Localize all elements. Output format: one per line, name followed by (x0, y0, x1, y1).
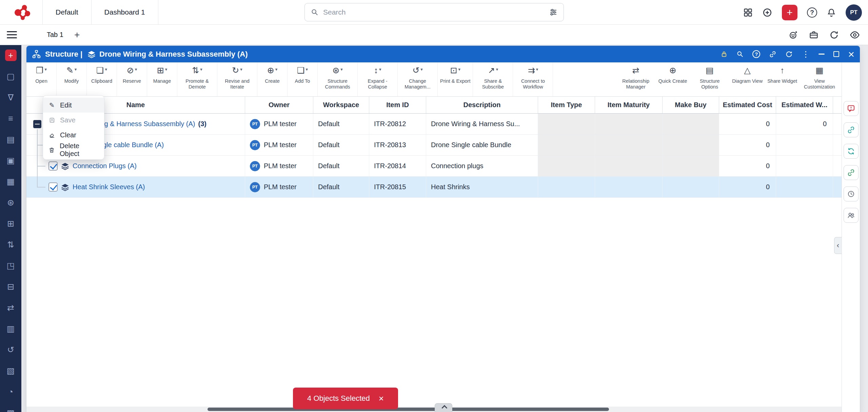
global-search[interactable] (304, 3, 564, 21)
notifications-icon[interactable] (827, 8, 836, 17)
column-header-item-maturity[interactable]: Item Maturity (595, 97, 663, 113)
panel-collapse-tab[interactable]: ‹ (834, 237, 842, 254)
link-icon[interactable] (844, 122, 859, 137)
toolbar-revise-iterate-button[interactable]: ↻▾ Revise and Iterate (217, 62, 257, 96)
module-icon[interactable]: ▩ (0, 402, 21, 412)
collaboration-icon[interactable] (844, 208, 859, 223)
table-row[interactable]: Drone Single cable Bundle (A) PTPLM test… (26, 135, 842, 156)
search-icon[interactable] (736, 51, 744, 58)
menu-item-edit[interactable]: ✎ Edit (43, 98, 104, 113)
maximize-icon[interactable] (833, 51, 839, 57)
column-header-estimated-cost[interactable]: Estimated Cost (719, 97, 776, 113)
refresh-icon[interactable] (785, 51, 793, 58)
sidebar-add-button[interactable]: + (5, 50, 17, 61)
structure-settings-icon[interactable]: ⊛ (0, 192, 21, 213)
menu-item-clear[interactable]: Clear (43, 127, 104, 142)
help-icon[interactable]: ? (752, 50, 760, 58)
table-row[interactable]: Connection Plugs (A) PTPLM tester Defaul… (26, 156, 842, 177)
toolbar-connect-workflow-button[interactable]: ⇉▾ Connect to Workflow (513, 62, 553, 96)
sync-icon[interactable] (844, 144, 859, 159)
refresh-icon[interactable] (829, 30, 839, 40)
history-icon[interactable] (844, 187, 859, 201)
user-avatar[interactable]: PT (846, 4, 862, 21)
row-checkbox[interactable] (48, 182, 58, 192)
toolbar-add-to-button[interactable]: ❑▾ Add To (288, 62, 318, 96)
toolbar-modify-button[interactable]: ✎▾ Modify (57, 62, 87, 96)
toolbar-reserve-button[interactable]: ⊘▾ Reserve (117, 62, 147, 96)
more-icon[interactable]: ⋮ (802, 50, 810, 58)
menu-item-save[interactable]: Save (43, 113, 104, 127)
toolbar-change-management-button[interactable]: ↺▾ Change Managem... (398, 62, 438, 96)
table-icon[interactable]: ▦ (0, 171, 21, 192)
row-checkbox[interactable] (48, 161, 58, 171)
toolbar-expand-collapse-button[interactable]: ↕▾ Expand - Collapse (358, 62, 398, 96)
toolbar-share-subscribe-button[interactable]: ↗▾ Share & Subscribe (473, 62, 513, 96)
minimize-icon[interactable] (818, 54, 825, 55)
document-icon[interactable]: ▤ (0, 129, 21, 150)
toolbar-manage-button[interactable]: ⊞▾ Manage (147, 62, 177, 96)
item-link[interactable]: Heat Shrink Sleeves (A) (73, 183, 145, 191)
card-icon[interactable]: ▣ (0, 150, 21, 171)
collapse-toggle-icon[interactable] (33, 120, 41, 128)
chart-icon[interactable]: ▧ (0, 360, 21, 381)
column-header-item-type[interactable]: Item Type (538, 97, 595, 113)
toolbar-quick-create-button[interactable]: ⊕ Quick Create (656, 62, 690, 96)
flag-icon[interactable]: ◳ (0, 255, 21, 276)
close-icon[interactable]: × (379, 394, 384, 403)
column-header-make-buy[interactable]: Make Buy (663, 97, 719, 113)
chevron-down-icon: ▾ (200, 67, 202, 72)
table-row[interactable]: Heat Shrink Sleeves (A) PTPLM tester Def… (26, 177, 842, 198)
column-header-owner[interactable]: Owner (245, 97, 313, 113)
link-icon[interactable] (769, 51, 776, 58)
toolbar-open-button[interactable]: ❐▾ Open (26, 62, 57, 96)
report-icon[interactable]: ▥ (0, 318, 21, 339)
references-icon[interactable] (844, 165, 859, 180)
toolbar-diagram-view-button[interactable]: △ Diagram View (730, 62, 765, 96)
toolbar-create-button[interactable]: ⊕▾ Create (257, 62, 288, 96)
column-header-estimated-w[interactable]: Estimated W... (776, 97, 833, 113)
panel-icon[interactable]: ▢ (0, 66, 21, 87)
toolbar-share-widget-button[interactable]: ↑ Share Widget (765, 62, 800, 96)
issues-icon[interactable] (844, 101, 859, 116)
column-header-item-id[interactable]: Item ID (369, 97, 426, 113)
toolbar-clipboard-button[interactable]: ❏▾ Clipboard (87, 62, 117, 96)
tab-default[interactable]: Default (42, 0, 91, 24)
quick-add-button[interactable]: + (782, 5, 797, 20)
scrollbar-thumb[interactable] (208, 408, 609, 411)
app-logo[interactable] (0, 0, 42, 24)
list-icon[interactable]: ≡ (0, 108, 21, 129)
column-header-description[interactable]: Description (426, 97, 538, 113)
filter-icon[interactable]: ∇ (0, 87, 21, 108)
visibility-icon[interactable] (850, 30, 860, 40)
column-header-workspace[interactable]: Workspace (313, 97, 369, 113)
history-icon[interactable]: ↺ (0, 339, 21, 360)
search-filters-icon[interactable] (549, 8, 557, 16)
horizontal-scrollbar[interactable] (26, 407, 842, 412)
add-tab-button[interactable]: + (74, 30, 80, 40)
grid-icon[interactable]: ⊞ (0, 213, 21, 234)
search-input[interactable] (323, 8, 545, 16)
archive-icon[interactable]: ⊟ (0, 276, 21, 297)
grid-icon[interactable] (743, 8, 753, 17)
hamburger-menu-icon[interactable] (7, 29, 17, 40)
item-link[interactable]: Connection Plugs (A) (73, 162, 137, 170)
tab-1[interactable]: Tab 1 (43, 25, 67, 45)
feedback-icon[interactable] (789, 30, 798, 40)
sort-icon[interactable]: ⇅ (0, 234, 21, 255)
toolbar-structure-commands-button[interactable]: ⊛▾ Structure Commands (318, 62, 358, 96)
help-icon[interactable]: ? (807, 7, 817, 18)
tab-dashboard-1[interactable]: Dashboard 1 (91, 0, 158, 24)
table-row[interactable]: Drone Wiring & Harness Subassembly (A) (… (26, 114, 842, 135)
briefcase-icon[interactable] (809, 30, 818, 40)
toolbar-structure-options-button[interactable]: ▤ Structure Options (690, 62, 730, 96)
toolbar-view-customization-button[interactable]: ▦ View Customization (800, 62, 840, 96)
menu-item-delete-object[interactable]: Delete Object (43, 142, 104, 157)
add-circle-icon[interactable] (762, 7, 772, 18)
scroll-up-tab[interactable] (435, 403, 452, 412)
close-icon[interactable]: × (848, 49, 854, 60)
toolbar-relationship-manager-button[interactable]: ⇄ Relationship Manager (616, 62, 656, 96)
toolbar-promote-demote-button[interactable]: ⇅▾ Promote & Demote (177, 62, 217, 96)
swap-icon[interactable]: ⇄ (0, 297, 21, 318)
toolbar-print-export-button[interactable]: ⊡▾ Print & Export (438, 62, 473, 96)
gauge-icon[interactable]: ◔ (0, 381, 21, 402)
